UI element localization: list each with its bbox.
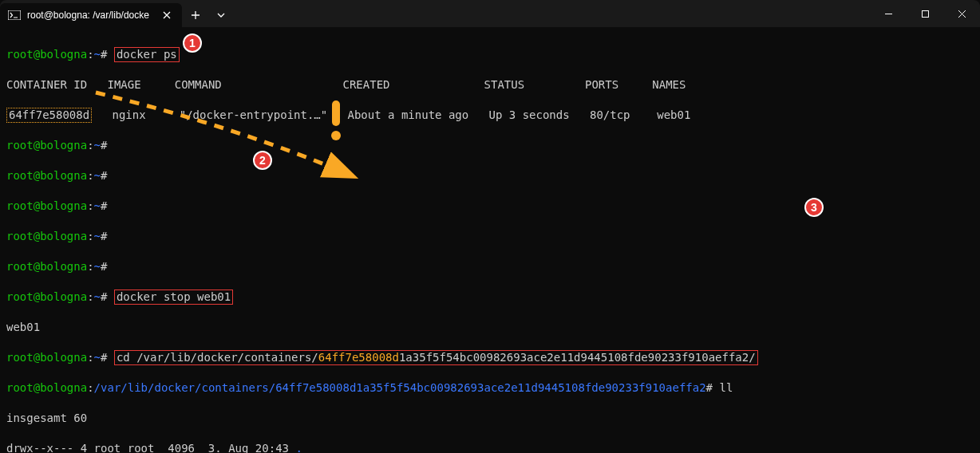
line-ll: root@bologna:/var/lib/docker/containers/… xyxy=(6,380,974,396)
annotation-badge-2: 2 xyxy=(253,151,272,170)
new-tab-button[interactable] xyxy=(182,3,209,27)
line-ps-row: 64ff7e58008d nginx "/docker-entrypoint.…… xyxy=(6,108,974,123)
line-stop-output: web01 xyxy=(6,320,974,335)
tab-title: root@bologna: /var/lib/docke xyxy=(27,8,153,23)
terminal-icon xyxy=(8,10,21,20)
line-empty-2: root@bologna:~# xyxy=(6,168,974,183)
line-docker-stop: root@bologna:~# docker stop web01 xyxy=(6,290,974,305)
line-ps-header: CONTAINER ID IMAGE COMMAND CREATED STATU… xyxy=(6,77,974,93)
line-docker-ps: root@bologna:~# docker ps xyxy=(6,47,974,62)
terminal-content[interactable]: root@bologna:~# docker ps CONTAINER ID I… xyxy=(0,27,980,453)
ls-row: drwx--x--- 4 root root 4096 3. Aug 20:43… xyxy=(6,441,974,453)
minimize-button[interactable] xyxy=(870,0,907,27)
highlight-docker-stop: docker stop web01 xyxy=(114,290,233,305)
line-total: insgesamt 60 xyxy=(6,411,974,426)
tab-active[interactable]: root@bologna: /var/lib/docke xyxy=(0,3,182,27)
line-cd: root@bologna:~# cd /var/lib/docker/conta… xyxy=(6,350,974,365)
line-empty-5: root@bologna:~# xyxy=(6,259,974,274)
highlight-container-id: 64ff7e58008d xyxy=(6,108,92,123)
window-close-button[interactable] xyxy=(943,0,980,27)
close-icon[interactable] xyxy=(160,8,174,22)
titlebar: root@bologna: /var/lib/docke xyxy=(0,0,980,27)
annotation-badge-3: 3 xyxy=(804,198,824,217)
titlebar-drag-region[interactable] xyxy=(233,0,870,27)
highlight-docker-ps: docker ps xyxy=(114,47,180,62)
line-empty-1: root@bologna:~# xyxy=(6,138,974,153)
annotation-badge-1: 1 xyxy=(183,33,202,53)
line-empty-4: root@bologna:~# xyxy=(6,229,974,244)
tab-dropdown-button[interactable] xyxy=(209,3,233,27)
line-empty-3: root@bologna:~# xyxy=(6,199,974,214)
maximize-button[interactable] xyxy=(907,0,943,27)
svg-rect-3 xyxy=(922,10,928,17)
svg-rect-0 xyxy=(8,10,21,20)
highlight-cd: cd /var/lib/docker/containers/64ff7e5800… xyxy=(114,350,758,365)
